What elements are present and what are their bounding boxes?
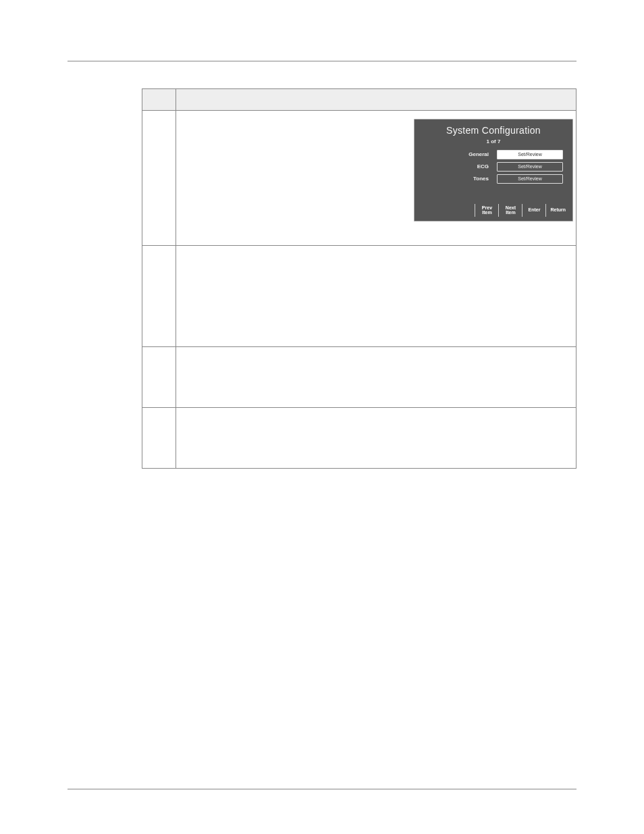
field-label-ecg: ECG bbox=[424, 162, 490, 172]
button-separator bbox=[498, 204, 499, 217]
action-cell bbox=[176, 347, 576, 408]
next-item-button[interactable]: NextItem bbox=[500, 204, 520, 217]
field-value-ecg[interactable]: Set/Review bbox=[497, 162, 563, 172]
step-cell bbox=[142, 408, 176, 469]
field-label-tones: Tones bbox=[424, 174, 490, 184]
panel-fields: General Set/Review ECG Set/Review Tones … bbox=[419, 150, 568, 184]
main-content: System Configuration 1 of 7 General Set/… bbox=[68, 88, 576, 469]
action-cell: System Configuration 1 of 7 General Set/… bbox=[176, 111, 576, 246]
steps-table: System Configuration 1 of 7 General Set/… bbox=[142, 88, 576, 469]
header-step bbox=[142, 89, 176, 111]
table-row: System Configuration 1 of 7 General Set/… bbox=[142, 111, 576, 246]
panel-page-indicator: 1 of 7 bbox=[419, 138, 568, 145]
panel-title: System Configuration bbox=[419, 125, 568, 136]
enter-label: Enter bbox=[527, 207, 541, 213]
return-button[interactable]: Return bbox=[547, 204, 568, 217]
step-cell bbox=[142, 347, 176, 408]
config-panel-wrap: System Configuration 1 of 7 General Set/… bbox=[414, 119, 573, 221]
prev-item-button[interactable]: PrevItem bbox=[477, 204, 497, 217]
field-label-general: General bbox=[424, 150, 490, 159]
header-action bbox=[176, 89, 576, 111]
table-row bbox=[142, 408, 576, 469]
step-cell bbox=[142, 111, 176, 246]
prev-item-label: PrevItem bbox=[479, 205, 494, 215]
button-separator bbox=[545, 204, 546, 217]
field-value-general[interactable]: Set/Review bbox=[497, 150, 563, 159]
action-cell bbox=[176, 408, 576, 469]
table-row bbox=[142, 347, 576, 408]
table-header-row bbox=[142, 89, 576, 111]
table-row bbox=[142, 246, 576, 347]
next-item-label: NextItem bbox=[503, 205, 518, 215]
return-label: Return bbox=[550, 207, 566, 213]
field-value-tones[interactable]: Set/Review bbox=[497, 174, 563, 184]
panel-button-row: PrevItem NextItem Enter Return bbox=[419, 204, 568, 217]
system-configuration-panel: System Configuration 1 of 7 General Set/… bbox=[414, 119, 573, 221]
footer-divider bbox=[68, 789, 576, 789]
header-divider bbox=[68, 61, 576, 61]
button-separator bbox=[522, 204, 522, 217]
button-separator bbox=[475, 204, 475, 217]
enter-button[interactable]: Enter bbox=[524, 204, 544, 217]
action-cell bbox=[176, 246, 576, 347]
step-cell bbox=[142, 246, 176, 347]
